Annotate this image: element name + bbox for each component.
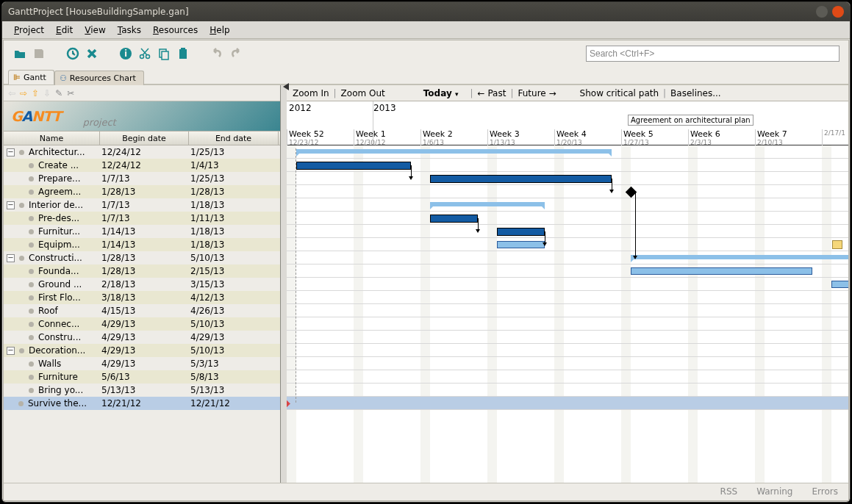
status-rss[interactable]: RSS — [720, 486, 738, 497]
gantt-bar[interactable] — [296, 149, 612, 154]
table-row[interactable]: Prepare...1/7/131/25/13 — [4, 172, 280, 185]
menu-view[interactable]: View — [80, 24, 110, 37]
task-end: 1/4/13 — [189, 159, 278, 172]
panel-splitter[interactable] — [281, 85, 287, 483]
table-row[interactable]: Furnitur...1/14/131/18/13 — [4, 225, 280, 238]
task-end: 4/29/13 — [189, 331, 278, 344]
search-input[interactable] — [586, 46, 840, 62]
table-row[interactable]: −Architectur...12/24/121/25/13 — [4, 145, 280, 159]
col-name[interactable]: Name — [4, 132, 100, 145]
open-icon[interactable] — [12, 46, 27, 61]
zoom-in-button[interactable]: Zoom In — [293, 88, 329, 98]
nav-forward-icon[interactable]: ⇨ — [20, 88, 27, 98]
edit-icon[interactable]: ✎ — [55, 88, 62, 98]
task-name: Decoration... — [29, 344, 85, 357]
task-name: Connec... — [38, 317, 79, 331]
gantt-bar[interactable] — [497, 241, 545, 248]
week-column: Week 72/10/13 — [755, 129, 822, 145]
nav-up-icon[interactable]: ⇧ — [32, 88, 39, 98]
link-icon[interactable]: ✂ — [67, 88, 74, 98]
table-row[interactable]: Equipm...1/14/131/18/13 — [4, 238, 280, 251]
clock-icon[interactable] — [65, 46, 80, 61]
info-icon[interactable]: i — [118, 46, 133, 61]
past-button[interactable]: ← Past — [478, 88, 506, 98]
gantt-bar[interactable] — [430, 175, 612, 183]
table-row[interactable]: −Interior de...1/7/131/18/13 — [4, 198, 280, 212]
col-end[interactable]: End date — [189, 132, 279, 145]
table-row[interactable]: First Flo...3/18/134/12/13 — [4, 291, 280, 304]
gantt-bar[interactable] — [430, 202, 545, 206]
timeline-header[interactable]: 20122013Agreement on architectural planW… — [287, 101, 848, 145]
status-warning[interactable]: Warning — [756, 486, 792, 497]
copy-icon[interactable] — [157, 46, 171, 61]
minimize-button[interactable] — [816, 6, 828, 18]
menu-tasks[interactable]: Tasks — [113, 24, 146, 37]
nav-down-icon[interactable]: ⇩ — [43, 88, 51, 98]
menu-edit[interactable]: Edit — [51, 24, 77, 37]
expander-icon[interactable]: − — [7, 201, 15, 209]
table-row[interactable]: −Decoration...4/29/135/10/13 — [4, 344, 280, 357]
status-errors[interactable]: Errors — [812, 486, 838, 497]
note-icon[interactable] — [832, 240, 842, 249]
delete-icon[interactable] — [85, 46, 99, 61]
expander-icon[interactable]: − — [7, 347, 15, 355]
task-bullet-icon — [29, 335, 34, 340]
gantt-row — [287, 225, 848, 238]
task-begin: 1/28/13 — [100, 185, 189, 198]
gantt-bar[interactable] — [430, 215, 478, 223]
table-row[interactable]: Create ...12/24/121/4/13 — [4, 159, 280, 172]
gantt-bar[interactable] — [631, 255, 848, 259]
menu-resources[interactable]: Resources — [148, 24, 202, 37]
task-end: 1/11/13 — [189, 212, 278, 225]
menu-project[interactable]: Project — [10, 24, 49, 37]
close-button[interactable] — [832, 6, 844, 18]
task-name: Ground ... — [38, 278, 82, 291]
task-bullet-icon — [29, 229, 34, 234]
col-begin[interactable]: Begin date — [100, 132, 189, 145]
table-row[interactable]: Connec...4/29/135/10/13 — [4, 317, 280, 331]
tab-resources[interactable]: ⚇Resources Chart — [54, 71, 144, 85]
baselines-button[interactable]: Baselines... — [670, 88, 721, 98]
table-row[interactable]: Roof4/15/134/26/13 — [4, 304, 280, 317]
task-bullet-icon — [29, 322, 34, 327]
cut-icon[interactable] — [137, 46, 152, 61]
task-bullet-icon — [29, 282, 34, 287]
gantt-bar[interactable] — [631, 267, 812, 275]
paste-icon[interactable] — [176, 46, 190, 61]
task-bullet-icon — [29, 163, 34, 168]
critical-path-button[interactable]: Show critical path — [580, 88, 659, 98]
table-row[interactable]: Survive the...12/21/1212/21/12 — [4, 397, 280, 410]
tab-gantt[interactable]: ⊫Gantt — [8, 70, 54, 84]
task-name: Furniture — [38, 370, 78, 384]
gantt-bar[interactable] — [831, 281, 848, 288]
table-row[interactable]: Furniture5/6/135/8/13 — [4, 370, 280, 384]
gantt-bar[interactable] — [296, 162, 411, 170]
task-end: 1/25/13 — [189, 145, 278, 159]
table-row[interactable]: Founda...1/28/132/15/13 — [4, 264, 280, 278]
today-button[interactable]: Today ▾ — [423, 88, 459, 98]
task-begin: 4/29/13 — [100, 344, 189, 357]
menu-help[interactable]: Help — [205, 24, 234, 37]
nav-back-icon[interactable]: ⇦ — [8, 88, 15, 98]
future-button[interactable]: Future → — [518, 88, 556, 98]
task-bullet-icon — [29, 269, 34, 274]
table-row[interactable]: Pre-des...1/7/131/11/13 — [4, 212, 280, 225]
table-row[interactable]: Constru...4/29/134/29/13 — [4, 331, 280, 344]
redo-icon[interactable] — [229, 46, 243, 61]
table-row[interactable]: Ground ...2/18/133/15/13 — [4, 278, 280, 291]
expander-icon[interactable]: − — [7, 254, 15, 262]
gantt-row — [287, 198, 848, 212]
table-row[interactable]: Walls4/29/135/3/13 — [4, 357, 280, 370]
save-icon[interactable] — [32, 46, 46, 61]
zoom-out-button[interactable]: Zoom Out — [341, 88, 385, 98]
task-begin: 2/18/13 — [100, 278, 189, 291]
task-bullet-icon — [29, 295, 34, 300]
undo-icon[interactable] — [210, 46, 224, 61]
gantt-chart[interactable] — [287, 145, 848, 483]
table-row[interactable]: Agreem...1/28/131/28/13 — [4, 185, 280, 198]
expander-icon[interactable]: − — [7, 148, 15, 156]
titlebar: GanttProject [HouseBuildingSample.gan] — [2, 2, 850, 21]
gantt-bar[interactable] — [497, 228, 545, 236]
table-row[interactable]: −Constructi...1/28/135/10/13 — [4, 251, 280, 264]
table-row[interactable]: Bring yo...5/13/135/13/13 — [4, 384, 280, 397]
